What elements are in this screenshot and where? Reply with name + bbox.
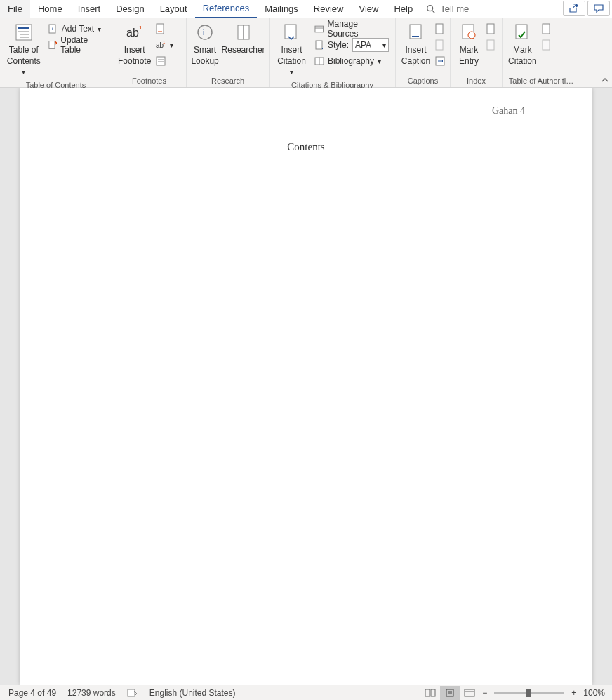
style-value: APA	[355, 40, 371, 50]
ribbon: Table ofContents ▾ + Add Text▾ Update Ta…	[0, 18, 612, 88]
insert-footnote-label: InsertFootnote	[118, 45, 151, 67]
svg-rect-42	[425, 689, 430, 696]
tab-layout[interactable]: Layout	[152, 0, 195, 18]
svg-point-35	[468, 32, 475, 39]
svg-rect-31	[436, 24, 443, 34]
tab-home[interactable]: Home	[30, 0, 70, 18]
view-web-layout[interactable]	[460, 686, 479, 700]
zoom-out-button[interactable]: −	[479, 688, 490, 698]
zoom-in-button[interactable]: +	[568, 688, 579, 698]
svg-text:1: 1	[163, 40, 166, 44]
share-icon	[568, 4, 580, 13]
group-label-research: Research	[189, 75, 266, 87]
insert-caption-button[interactable]: InsertCaption	[399, 20, 433, 68]
tab-references[interactable]: References	[195, 0, 257, 18]
zoom-slider-thumb[interactable]	[526, 689, 531, 697]
add-text-icon: +	[48, 24, 58, 34]
update-toa-icon	[541, 39, 552, 51]
svg-rect-36	[487, 24, 494, 34]
status-word-count[interactable]: 12739 words	[62, 688, 121, 698]
group-label-captions: Captions	[399, 75, 447, 87]
update-table-label: Update Table	[60, 35, 105, 55]
researcher-button[interactable]: Researcher	[220, 20, 266, 58]
group-footnotes: ab1 InsertFootnote ab1▾ Footnotes	[112, 18, 187, 87]
svg-point-0	[427, 5, 433, 11]
document-page[interactable]: Gahan 4 Contents	[20, 88, 592, 685]
citation-style-control[interactable]: Style: APA▾	[311, 37, 392, 53]
svg-rect-28	[319, 58, 324, 65]
svg-rect-24	[315, 26, 324, 32]
comments-button[interactable]	[587, 1, 610, 16]
add-text-button[interactable]: + Add Text▾	[45, 21, 109, 37]
svg-line-1	[432, 10, 435, 13]
mark-entry-button[interactable]: MarkEntry	[453, 20, 484, 68]
status-proofing[interactable]	[121, 688, 144, 698]
insert-endnote-icon	[155, 23, 166, 34]
page-header-text: Gahan 4	[492, 105, 525, 117]
insert-citation-button[interactable]: InsertCitation ▾	[272, 20, 311, 79]
tab-design[interactable]: Design	[108, 0, 152, 18]
insert-footnote-button[interactable]: ab1 InsertFootnote	[115, 20, 154, 68]
insert-table-of-figures-button[interactable]	[433, 21, 447, 37]
view-print-layout[interactable]	[440, 686, 460, 700]
group-label-footnotes: Footnotes	[115, 75, 183, 87]
zoom-percent[interactable]: 100%	[579, 688, 609, 698]
group-index: MarkEntry Index	[451, 18, 503, 87]
tab-review[interactable]: Review	[306, 0, 352, 18]
zoom-slider[interactable]	[494, 692, 564, 694]
insert-citation-icon	[280, 21, 302, 44]
smart-lookup-button[interactable]: i SmartLookup	[189, 20, 220, 68]
tab-file[interactable]: File	[0, 0, 30, 18]
collapse-ribbon-button[interactable]	[601, 76, 609, 84]
insert-index-icon	[486, 23, 497, 34]
update-table-button[interactable]: Update Table	[45, 37, 109, 53]
view-read-mode[interactable]	[420, 686, 440, 700]
update-table-of-figures-button[interactable]	[433, 37, 447, 53]
update-index-button[interactable]	[484, 37, 498, 53]
show-notes-button[interactable]	[154, 53, 175, 69]
bibliography-label: Bibliography	[328, 56, 374, 66]
svg-rect-16	[157, 57, 165, 65]
share-button[interactable]	[563, 1, 585, 16]
document-area[interactable]: Gahan 4 Contents	[0, 88, 612, 685]
mark-entry-icon	[458, 21, 480, 44]
cross-reference-button[interactable]	[433, 53, 447, 69]
insert-index-button[interactable]	[484, 21, 498, 37]
researcher-label: Researcher	[222, 45, 265, 56]
style-icon	[314, 40, 324, 50]
bibliography-button[interactable]: Bibliography▾	[311, 53, 392, 69]
insert-toa-button[interactable]	[540, 21, 554, 37]
tab-insert[interactable]: Insert	[70, 0, 109, 18]
add-text-label: Add Text	[62, 24, 94, 34]
update-toa-button[interactable]	[540, 37, 554, 53]
manage-sources-button[interactable]: Manage Sources	[311, 21, 392, 37]
svg-rect-39	[543, 24, 550, 34]
svg-text:ab: ab	[126, 27, 139, 39]
chevron-up-icon	[601, 76, 609, 84]
smart-lookup-label: SmartLookup	[191, 45, 218, 67]
tab-help[interactable]: Help	[386, 0, 420, 18]
tell-me-search[interactable]: Tell me	[420, 4, 474, 14]
svg-text:1: 1	[139, 25, 142, 31]
svg-rect-47	[465, 689, 474, 696]
svg-text:i: i	[203, 29, 204, 37]
tab-mailings[interactable]: Mailings	[257, 0, 306, 18]
table-of-contents-button[interactable]: Table ofContents ▾	[3, 20, 45, 79]
svg-rect-2	[16, 25, 32, 40]
svg-rect-12	[157, 24, 164, 34]
mark-citation-button[interactable]: MarkCitation	[505, 20, 540, 68]
web-layout-icon	[464, 689, 475, 697]
table-of-contents-label: Table ofContents ▾	[6, 45, 42, 78]
next-footnote-icon: ab1	[155, 39, 166, 51]
page-heading-contents: Contents	[20, 141, 592, 153]
next-footnote-button[interactable]: ab1▾	[154, 37, 175, 53]
status-page[interactable]: Page 4 of 49	[3, 688, 62, 698]
manage-sources-label: Manage Sources	[327, 19, 389, 39]
insert-endnote-button[interactable]	[154, 21, 175, 37]
status-language[interactable]: English (United States)	[144, 688, 241, 698]
group-table-of-contents: Table ofContents ▾ + Add Text▾ Update Ta…	[0, 18, 112, 87]
citation-style-dropdown[interactable]: APA▾	[352, 38, 389, 52]
style-label: Style:	[328, 40, 349, 50]
tab-view[interactable]: View	[351, 0, 386, 18]
menu-tab-bar: File Home Insert Design Layout Reference…	[0, 0, 612, 18]
